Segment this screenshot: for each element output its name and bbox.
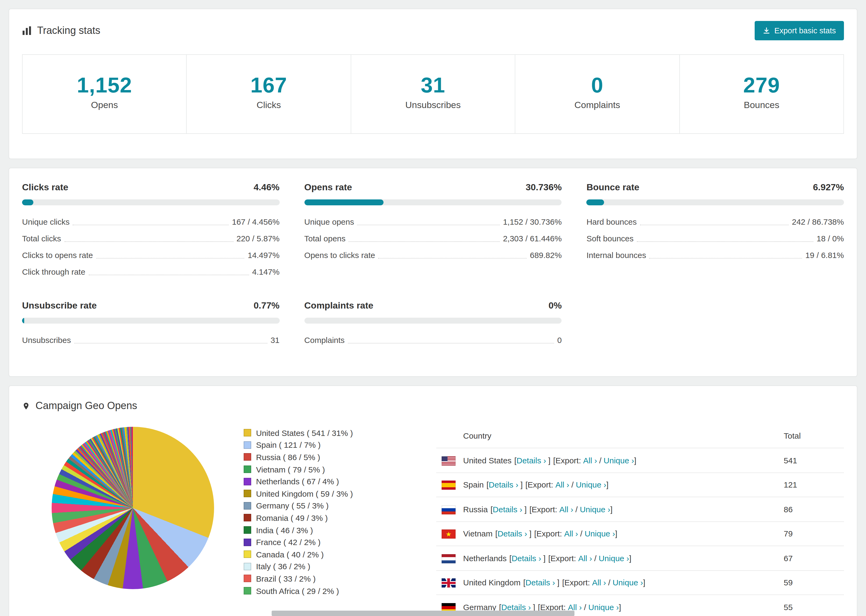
rate-row-value: 19 / 6.81% xyxy=(806,250,844,260)
rate-row: Clicks to opens rate 14.497% xyxy=(22,247,279,263)
separator: / xyxy=(572,480,574,489)
progress-bar-fill xyxy=(22,200,34,205)
details-link[interactable]: Details › xyxy=(512,554,541,563)
rate-block: Unsubscribe rate 0.77% Unsubscribes 31 xyxy=(22,300,279,348)
details-link[interactable]: Details › xyxy=(526,578,555,587)
rate-rows: Unique opens 1,152 / 30.736% Total opens… xyxy=(304,214,562,263)
export-label: Export: xyxy=(527,480,553,489)
export-icon xyxy=(762,27,770,35)
rate-head: Bounce rate 6.927% xyxy=(587,182,844,193)
export-unique-link[interactable]: Unique › xyxy=(589,603,619,612)
flag-column-header xyxy=(436,424,463,448)
export-label: Export: xyxy=(555,456,581,465)
table-row: Netherlands[Details ›][Export:All ›/Uniq… xyxy=(436,546,844,570)
country-cell: Vietnam[Details ›][Export:All ›/Unique ›… xyxy=(463,522,784,546)
bracket: ] xyxy=(610,505,612,514)
legend-item: South Africa ( 29 / 2% ) xyxy=(244,585,433,597)
rate-row-value: 18 / 0% xyxy=(817,234,844,243)
progress-bar xyxy=(22,200,279,205)
export-unique-link[interactable]: Unique › xyxy=(585,529,615,538)
export-unique-link[interactable]: Unique › xyxy=(580,505,610,514)
legend-label: Italy ( 36 / 2% ) xyxy=(256,562,310,571)
rate-value: 4.46% xyxy=(254,182,279,193)
export-all-link[interactable]: All › xyxy=(592,578,606,587)
export-unique-link[interactable]: Unique › xyxy=(576,480,606,489)
table-row: Vietnam[Details ›][Export:All ›/Unique ›… xyxy=(436,522,844,546)
legend-swatch xyxy=(244,550,251,558)
rate-row-value: 242 / 86.738% xyxy=(792,217,844,226)
country-name: United States xyxy=(463,456,512,465)
rate-row: Unique opens 1,152 / 30.736% xyxy=(304,214,562,230)
export-unique-link[interactable]: Unique › xyxy=(603,456,634,465)
export-basic-stats-button[interactable]: Export basic stats xyxy=(754,21,844,40)
geo-content: United States ( 541 / 31% ) Spain ( 121 … xyxy=(22,424,844,616)
stat-cell: 0 Complaints xyxy=(515,55,679,133)
export-all-link[interactable]: All › xyxy=(564,529,578,538)
flag-cell xyxy=(436,497,463,522)
stat-value: 0 xyxy=(515,73,679,97)
progress-bar xyxy=(304,318,562,324)
export-unique-link[interactable]: Unique › xyxy=(599,554,629,563)
bracket: ] xyxy=(629,554,631,563)
separator: / xyxy=(584,603,586,612)
rate-row-label: Unsubscribes xyxy=(22,335,71,345)
legend-swatch xyxy=(244,514,251,522)
separator: / xyxy=(599,456,601,465)
rate-row: Unsubscribes 31 xyxy=(22,332,279,348)
bracket: ] xyxy=(643,578,645,587)
details-link[interactable]: Details › xyxy=(489,480,518,489)
country-cell: Netherlands[Details ›][Export:All ›/Uniq… xyxy=(463,546,784,570)
total-cell: 59 xyxy=(784,570,844,595)
bracket: [ xyxy=(509,554,512,563)
legend-swatch xyxy=(244,502,251,509)
total-cell: 67 xyxy=(784,546,844,570)
dotted-leader xyxy=(357,225,500,225)
bracket: ] xyxy=(606,480,608,489)
geo-opens-card: Campaign Geo Opens United States ( 541 /… xyxy=(9,385,857,616)
stat-cell: 279 Bounces xyxy=(679,55,843,133)
legend-item: Romania ( 49 / 3% ) xyxy=(244,512,433,524)
bracket: [ xyxy=(487,480,489,489)
table-row: Russia[Details ›][Export:All ›/Unique ›]… xyxy=(436,497,844,522)
rate-row: Hard bounces 242 / 86.738% xyxy=(587,214,844,230)
table-row: Spain[Details ›][Export:All ›/Unique ›] … xyxy=(436,473,844,497)
details-link[interactable]: Details › xyxy=(516,456,546,465)
country-flag-icon xyxy=(442,530,456,539)
bracket: ] xyxy=(524,505,527,514)
table-row: United Kingdom[Details ›][Export:All ›/U… xyxy=(436,570,844,595)
country-flag-icon xyxy=(442,554,456,563)
export-all-link[interactable]: All › xyxy=(568,603,582,612)
bracket: [ xyxy=(499,603,501,612)
rate-row-label: Click through rate xyxy=(22,267,85,277)
rate-row-value: 1,152 / 30.736% xyxy=(503,217,562,226)
export-all-link[interactable]: All › xyxy=(559,505,573,514)
country-name: Netherlands xyxy=(463,554,507,563)
rate-row-label: Hard bounces xyxy=(587,217,637,226)
legend-label: Romania ( 49 / 3% ) xyxy=(256,513,328,522)
legend-label: France ( 42 / 2% ) xyxy=(256,537,321,547)
rate-title: Complaints rate xyxy=(304,300,373,311)
export-unique-link[interactable]: Unique › xyxy=(612,578,643,587)
legend-label: Russia ( 86 / 5% ) xyxy=(256,453,320,462)
export-all-link[interactable]: All › xyxy=(578,554,592,563)
legend-label: Canada ( 40 / 2% ) xyxy=(256,550,324,559)
export-all-link[interactable]: All › xyxy=(583,456,597,465)
legend-item: Russia ( 86 / 5% ) xyxy=(244,451,433,463)
dotted-leader xyxy=(64,241,233,242)
details-link[interactable]: Details › xyxy=(498,529,527,538)
rate-row-value: 14.497% xyxy=(248,250,279,260)
export-all-link[interactable]: All › xyxy=(555,480,569,489)
location-pin-icon xyxy=(22,401,30,411)
bracket: ] xyxy=(619,603,621,612)
rate-row-value: 2,303 / 61.446% xyxy=(503,234,562,243)
country-name: Russia xyxy=(463,505,488,514)
bracket: [ xyxy=(553,456,555,465)
details-link[interactable]: Details › xyxy=(501,603,531,612)
horizontal-scrollbar-thumb[interactable] xyxy=(272,611,575,616)
rate-row: Click through rate 4.147% xyxy=(22,263,279,280)
bracket: ] xyxy=(533,603,535,612)
details-link[interactable]: Details › xyxy=(493,505,522,514)
legend-label: Vietnam ( 79 / 5% ) xyxy=(256,465,325,474)
rate-row-label: Opens to clicks rate xyxy=(304,250,375,260)
rate-value: 30.736% xyxy=(526,182,562,193)
